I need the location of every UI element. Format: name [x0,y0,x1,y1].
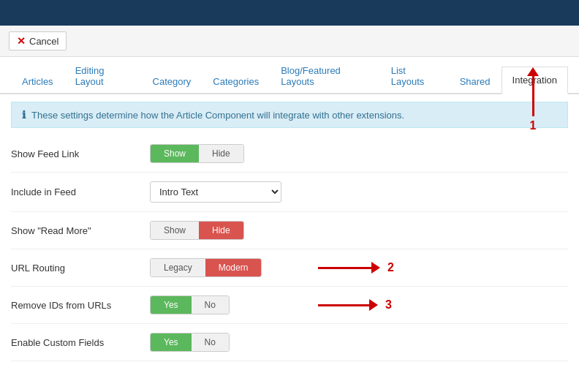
enable-custom-fields-yes-btn[interactable]: Yes [151,333,192,351]
enable-custom-fields-no-btn[interactable]: No [192,333,229,351]
top-bar [0,0,579,26]
setting-row-remove-ids: Remove IDs from URLs Yes No 3 [11,287,568,324]
enable-custom-fields-label: Enable Custom Fields [11,337,150,348]
setting-row-show-read-more: Show "Read More" Show Hide [11,212,568,249]
show-feed-link-show-btn[interactable]: Show [151,145,199,162]
setting-row-show-feed-link: Show Feed Link Show Hide [11,135,568,173]
remove-ids-yes-btn[interactable]: Yes [151,296,192,314]
info-icon: ℹ [22,109,26,121]
show-read-more-show-btn[interactable]: Show [151,222,199,239]
enable-custom-fields-toggle: Yes No [150,333,230,352]
setting-row-url-routing: URL Routing Legacy Modern 2 [11,249,568,287]
setting-row-include-in-feed: Include in Feed Intro Text Full Text Non… [11,173,568,212]
show-feed-link-toggle: Show Hide [150,144,244,163]
show-read-more-label: Show "Read More" [11,225,150,236]
cancel-icon: ✕ [17,35,26,47]
cancel-label: Cancel [29,36,58,47]
tab-articles[interactable]: Articles [11,68,64,94]
tab-shared[interactable]: Shared [449,68,502,94]
annotation-3: 3 [385,298,392,312]
remove-ids-label: Remove IDs from URLs [11,300,150,311]
show-read-more-toggle: Show Hide [150,221,244,240]
tab-editing-layout[interactable]: Editing Layout [64,57,142,94]
tab-integration[interactable]: Integration [502,67,568,94]
tab-list-layouts[interactable]: List Layouts [380,57,449,94]
tabs-bar: Articles Editing Layout Category Categor… [0,57,579,94]
info-bar: ℹ These settings determine how the Artic… [11,102,568,128]
content-area: Show Feed Link Show Hide Include in Feed… [0,135,579,361]
url-routing-label: URL Routing [11,263,150,274]
include-in-feed-label: Include in Feed [11,186,150,197]
tab-category[interactable]: Category [142,68,203,94]
info-text: These settings determine how the Article… [31,110,404,121]
remove-ids-toggle: Yes No [150,295,230,314]
toolbar: ✕ Cancel [0,26,579,57]
tab-categories[interactable]: Categories [202,68,270,94]
page-wrapper: ✕ Cancel Articles Editing Layout Categor… [0,0,579,392]
show-feed-link-hide-btn[interactable]: Hide [199,145,243,162]
url-routing-legacy-btn[interactable]: Legacy [151,259,205,276]
show-feed-link-label: Show Feed Link [11,148,150,159]
setting-row-enable-custom-fields: Enable Custom Fields Yes No [11,324,568,361]
tab-blog-featured-layouts[interactable]: Blog/Featured Layouts [270,57,380,94]
show-read-more-hide-btn[interactable]: Hide [199,222,243,239]
cancel-button[interactable]: ✕ Cancel [9,31,67,50]
remove-ids-no-btn[interactable]: No [192,296,229,314]
include-in-feed-select[interactable]: Intro Text Full Text None [150,181,281,203]
url-routing-toggle: Legacy Modern [150,258,262,277]
url-routing-modern-btn[interactable]: Modern [205,259,262,276]
annotation-2: 2 [387,261,394,274]
